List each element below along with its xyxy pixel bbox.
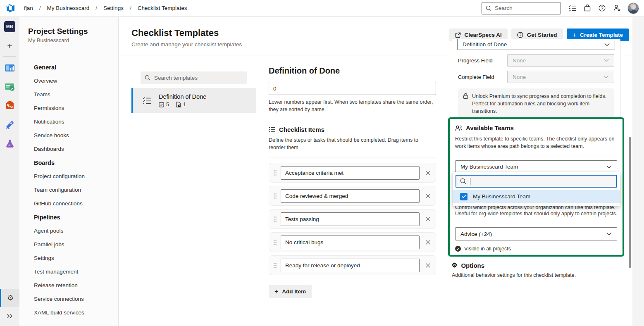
checklist-items-list (269, 163, 436, 275)
divider (455, 222, 617, 222)
topbar-icons (565, 2, 624, 15)
teams-dropdown-search-input[interactable] (456, 175, 617, 188)
search-input[interactable]: Search (482, 2, 561, 14)
sidebar-item-release-retention[interactable]: Release retention (19, 279, 118, 293)
settings-nav: GeneralOverviewTeamsPermissionsNotificat… (19, 61, 118, 320)
page-subtitle: Create and manage your checklist templat… (131, 41, 242, 48)
new-project-button[interactable]: + (0, 36, 19, 55)
remove-item-button[interactable] (425, 170, 431, 176)
add-item-button[interactable]: + Add Item (269, 285, 312, 298)
checklist-item-row (269, 232, 436, 252)
drag-handle-icon[interactable] (273, 193, 277, 199)
create-template-label: Create Template (580, 32, 623, 38)
user-avatar[interactable] (627, 2, 639, 14)
breadcrumb-item[interactable]: My Businesscard (47, 5, 90, 11)
teams-select-value: My Businesscard Team (460, 164, 606, 170)
editor-title: Definition of Done (269, 66, 436, 76)
order-input[interactable] (269, 82, 436, 95)
checklist-item-input[interactable] (281, 189, 420, 203)
sidebar-item-xaml-build-services[interactable]: XAML build services (19, 306, 118, 320)
sidebar-item-github-connections[interactable]: GitHub connections (19, 197, 118, 211)
remove-item-button[interactable] (425, 217, 431, 222)
checklist-item-input[interactable] (281, 236, 420, 249)
user-settings-icon[interactable] (610, 2, 624, 15)
help-icon[interactable] (595, 2, 609, 15)
sidebar-item-overview[interactable]: Overview (19, 74, 118, 88)
complete-field-value: None (513, 74, 603, 80)
progress-field-row: Progress Field None (458, 54, 614, 67)
azure-devops-logo-icon[interactable] (6, 4, 15, 12)
items-count-badge: 5 (159, 102, 169, 107)
complete-field-select[interactable]: None (507, 71, 614, 83)
breadcrumb-item[interactable]: Checklist Templates (138, 5, 187, 11)
checklist-menu-icon[interactable] (565, 2, 580, 15)
checklist-item-row (269, 209, 436, 229)
sidebar-item-project-configuration[interactable]: Project configuration (19, 170, 118, 183)
sidebar-item-test-management[interactable]: Test management (19, 265, 118, 279)
rail-item-project-settings[interactable]: ⚙ (0, 289, 19, 307)
sidebar-item-service-hooks[interactable]: Service hooks (19, 129, 118, 143)
marketplace-bag-icon[interactable] (580, 2, 594, 15)
clearspecs-ai-label: ClearSpecs AI (465, 32, 502, 38)
complete-field-label: Complete Field (458, 74, 507, 80)
sidebar-item-agent-pools[interactable]: Agent pools (19, 224, 118, 238)
add-item-label: Add Item (282, 288, 306, 295)
sidebar-item-settings[interactable]: Settings (19, 252, 118, 265)
plus-icon: + (274, 288, 278, 295)
remove-item-button[interactable] (425, 193, 431, 199)
breadcrumb-item[interactable]: fjan (24, 5, 33, 11)
project-avatar[interactable]: MB (0, 17, 19, 36)
rail-divider (3, 56, 16, 57)
sidebar-item-dashboards[interactable]: Dashboards (19, 143, 118, 156)
sidebar-item-teams[interactable]: Teams (19, 88, 118, 102)
checklist-item-input[interactable] (281, 259, 420, 272)
checklist-item-input[interactable] (281, 212, 420, 226)
checklist-item-input[interactable] (281, 166, 420, 180)
remove-item-button[interactable] (425, 263, 431, 268)
checklist-items-icon (269, 127, 275, 133)
progress-field-select[interactable]: None (507, 54, 614, 67)
template-search-input[interactable]: Search templates (141, 71, 247, 84)
checkbox-checked-icon[interactable] (460, 193, 467, 200)
breadcrumb-item[interactable]: Settings (103, 5, 124, 11)
double-chevron-icon (7, 314, 13, 319)
main-area: Checklist Templates Create and manage yo… (119, 17, 632, 326)
drag-handle-icon[interactable] (273, 239, 277, 245)
panel-scrollbar[interactable] (629, 137, 631, 268)
progress-field-label: Progress Field (458, 57, 507, 64)
work-item-type-icon (176, 102, 181, 107)
rail-item-test-plans[interactable] (0, 134, 19, 153)
close-icon (425, 193, 431, 199)
expand-rail-button[interactable] (0, 307, 19, 325)
sidebar-item-notifications[interactable]: Notifications (19, 115, 118, 129)
external-link-icon (455, 32, 461, 38)
nav-group-label: Pipelines (19, 211, 118, 224)
pipelines-icon (5, 120, 15, 130)
sidebar-item-permissions[interactable]: Permissions (19, 102, 118, 115)
template-list-item-selected[interactable]: Definition of Done 5 1 (131, 88, 256, 113)
breadcrumb-separator: / (95, 5, 97, 11)
sidebar-item-parallel-jobs[interactable]: Parallel jobs (19, 238, 118, 252)
rail-item-pipelines[interactable] (0, 115, 19, 134)
work-item-type-select[interactable]: Definition of Done (457, 39, 615, 50)
template-list-panel: Search templates Definition of Done 5 1 (131, 55, 256, 326)
nav-group-label: Boards (19, 156, 118, 170)
drag-handle-icon[interactable] (273, 262, 277, 269)
lock-icon (463, 93, 468, 115)
rail-item-overview[interactable] (0, 58, 19, 77)
remove-item-button[interactable] (425, 240, 431, 245)
checklist-item-row (269, 163, 436, 183)
rail-item-repos[interactable] (0, 96, 19, 115)
search-placeholder: Search (495, 5, 513, 11)
template-item-name: Definition of Done (159, 93, 206, 100)
drag-handle-icon[interactable] (273, 216, 277, 222)
projects-select[interactable]: Advice (+24) (455, 227, 617, 240)
rail-item-boards[interactable] (0, 77, 19, 96)
overview-icon (5, 63, 15, 73)
gear-icon: ⚙ (452, 262, 457, 269)
teams-select[interactable]: My Businesscard Team (455, 160, 617, 173)
teams-dropdown-option[interactable]: My Businesscard Team (453, 190, 620, 203)
sidebar-item-team-configuration[interactable]: Team configuration (19, 183, 118, 197)
drag-handle-icon[interactable] (273, 170, 277, 176)
sidebar-item-service-connections[interactable]: Service connections (19, 293, 118, 306)
